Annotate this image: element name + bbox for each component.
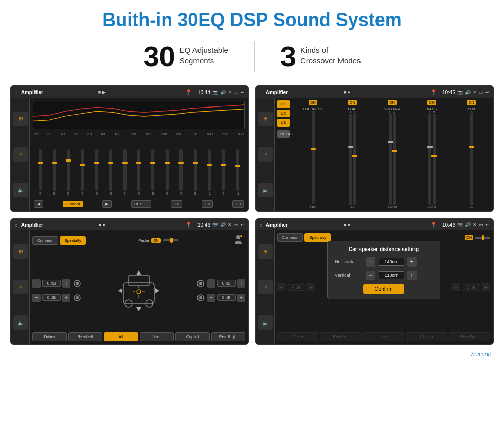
confirm-button[interactable]: Confirm (363, 284, 404, 294)
front-left-plus[interactable]: + (62, 279, 70, 288)
dist-tab-common[interactable]: Common (277, 233, 303, 242)
vertical-minus[interactable]: − (366, 271, 375, 280)
fader-sidebar-btn-1[interactable]: ⊞ (13, 244, 28, 259)
eq-slider-5[interactable]: 0 (104, 149, 117, 196)
eq-u3-btn[interactable]: U3 (232, 200, 244, 208)
fader-tab-specialty[interactable]: Specialty (60, 236, 85, 245)
front-left-minus[interactable]: − (32, 279, 41, 288)
dist-home-icon[interactable]: ⌂ (259, 222, 263, 228)
svg-marker-12 (136, 270, 141, 275)
eq-slider-3[interactable]: 0 (76, 149, 88, 196)
eq-u1-btn[interactable]: U1 (171, 200, 182, 208)
fader-back-icon[interactable]: ↩ (241, 222, 245, 227)
fader-btn-user[interactable]: User (140, 332, 174, 341)
fader-tab-common[interactable]: Common (32, 236, 58, 245)
camera-icon[interactable]: 📷 (212, 90, 218, 95)
fader-on-badge[interactable]: ON (151, 238, 161, 243)
eq-custom-btn[interactable]: Custom (63, 201, 83, 207)
dist-close-icon[interactable]: ✕ (473, 222, 477, 227)
cx-ch-sub: ON SUB G 20 (453, 100, 490, 208)
back-icon[interactable]: ↩ (241, 90, 245, 95)
eq-sidebar-btn-1[interactable]: ⊞ (13, 112, 28, 126)
cx-status-icons: ■ ● (344, 90, 350, 95)
dist-sidebar-btn-3[interactable]: 🔈 (258, 315, 273, 330)
fader-btn-copilot[interactable]: Copilot (175, 332, 210, 341)
eq-slider-9[interactable]: 0 (161, 149, 173, 196)
eq-u2-btn[interactable]: U2 (202, 200, 213, 208)
rear-left-minus[interactable]: − (32, 294, 41, 302)
vertical-plus[interactable]: + (407, 271, 417, 280)
eq-slider-13[interactable]: 0 (217, 149, 229, 196)
fader-volume-icon[interactable]: 🔊 (220, 222, 226, 227)
fader-camera-icon[interactable]: 📷 (212, 222, 218, 227)
cx-u1-btn[interactable]: U1 (277, 100, 290, 108)
cx-window-icon[interactable]: ▭ (479, 90, 483, 95)
eq-slider-12[interactable]: -1 (203, 149, 215, 196)
rear-right-plus[interactable]: + (237, 294, 245, 302)
cx-sidebar-btn-2[interactable]: ≋ (258, 147, 273, 162)
dist-camera-icon[interactable]: 📷 (457, 222, 463, 227)
dist-back-icon[interactable]: ↩ (485, 222, 490, 227)
eq-reset-btn[interactable]: RESET (131, 200, 151, 208)
cx-u3-btn[interactable]: U3 (277, 119, 290, 127)
cx-back-icon[interactable]: ↩ (485, 90, 490, 95)
fader-btn-rearleft[interactable]: RearLeft (68, 332, 103, 341)
cx-sub-on[interactable]: ON (467, 100, 476, 105)
rear-right-minus[interactable]: − (207, 294, 215, 302)
eq-slider-8[interactable]: 0 (147, 149, 159, 196)
eq-play-btn[interactable]: ▶ (102, 200, 112, 208)
eq-slider-7[interactable]: 0 (133, 149, 145, 196)
eq-slider-0[interactable]: 0 (34, 149, 46, 196)
stat-eq-label: EQ AdjustableSegments (179, 42, 228, 65)
cx-sidebar-btn-1[interactable]: ⊞ (258, 112, 273, 126)
fader-slider-icon[interactable] (163, 237, 178, 243)
fader-btn-all[interactable]: All (104, 332, 138, 341)
dist-window-icon[interactable]: ▭ (479, 222, 483, 227)
close-icon[interactable]: ✕ (228, 90, 232, 95)
stats-row: 30 EQ AdjustableSegments 3 Kinds ofCross… (0, 36, 504, 81)
dist-sidebar-btn-1[interactable]: ⊞ (258, 244, 273, 259)
fader-btn-driver[interactable]: Driver (32, 332, 67, 341)
cx-reset-btn[interactable]: RESET (277, 130, 290, 138)
eq-slider-14[interactable]: -1 (231, 149, 244, 196)
cx-camera-icon[interactable]: 📷 (457, 90, 463, 95)
cx-u2-btn[interactable]: U2 (277, 110, 290, 117)
eq-slider-2[interactable]: 5 (62, 149, 75, 196)
cx-loudness-on[interactable]: ON (309, 100, 317, 105)
window-icon[interactable]: ▭ (234, 90, 239, 95)
eq-sidebar-btn-3[interactable]: 🔈 (13, 183, 28, 197)
volume-icon[interactable]: 🔊 (220, 90, 226, 95)
cx-home-icon[interactable]: ⌂ (259, 89, 263, 95)
rear-left-plus[interactable]: + (62, 294, 70, 302)
home-icon[interactable]: ⌂ (14, 89, 18, 95)
eq-prev-btn[interactable]: ◀ (34, 200, 43, 208)
fader-btn-rearright[interactable]: RearRight (211, 332, 246, 341)
dist-tab-specialty[interactable]: Specialty (304, 233, 330, 242)
cx-phat-f-slider[interactable]: F (353, 111, 356, 205)
fader-sidebar-btn-2[interactable]: ≋ (13, 280, 28, 294)
cx-bass-on[interactable]: ON (427, 100, 436, 105)
dist-sidebar-btn-2[interactable]: ≋ (258, 280, 273, 294)
eq-sidebar-btn-2[interactable]: ≋ (13, 147, 28, 162)
cx-phat-g-slider[interactable]: G (349, 111, 352, 205)
cx-cutfreq-on[interactable]: ON (388, 100, 397, 105)
fader-home-icon[interactable]: ⌂ (14, 222, 18, 228)
fader-close-icon[interactable]: ✕ (228, 222, 232, 227)
eq-slider-4[interactable]: 0 (91, 149, 103, 196)
cx-loudness-slider[interactable] (312, 111, 315, 204)
eq-slider-11[interactable]: 0 (189, 149, 201, 196)
horizontal-plus[interactable]: + (407, 257, 417, 267)
dist-volume-icon[interactable]: 🔊 (465, 222, 471, 227)
cx-phat-on[interactable]: ON (348, 100, 357, 105)
cx-sidebar-btn-3[interactable]: 🔈 (258, 183, 273, 197)
eq-slider-1[interactable]: 0 (48, 149, 60, 196)
cx-close-icon[interactable]: ✕ (473, 90, 477, 95)
front-right-plus[interactable]: + (237, 279, 245, 288)
eq-slider-10[interactable]: 0 (175, 149, 187, 196)
cx-volume-icon[interactable]: 🔊 (465, 90, 471, 95)
horizontal-minus[interactable]: − (366, 257, 375, 267)
eq-slider-6[interactable]: 0 (118, 149, 131, 196)
front-right-minus[interactable]: − (207, 279, 215, 288)
fader-sidebar-btn-3[interactable]: 🔈 (13, 315, 28, 330)
fader-window-icon[interactable]: ▭ (234, 222, 239, 227)
